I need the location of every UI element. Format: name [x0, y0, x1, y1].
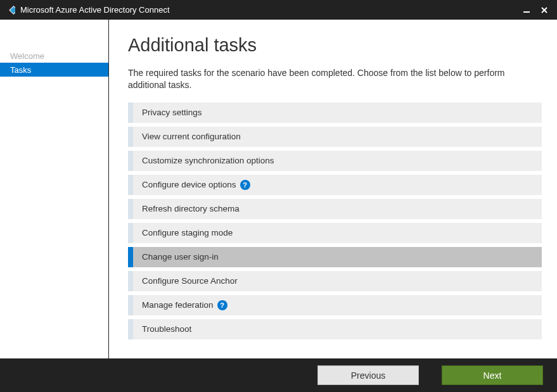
page-description: The required tasks for the scenario have…: [128, 67, 542, 91]
task-label: Troubleshoot: [142, 324, 191, 334]
footer: Previous Next: [0, 358, 557, 392]
task-configure-device-options[interactable]: Configure device options ?: [128, 175, 542, 195]
sidebar-item-label: Tasks: [10, 65, 31, 75]
task-label: Manage federation: [142, 300, 214, 310]
task-list: Privacy settings View current configurat…: [128, 103, 542, 339]
sidebar-item-tasks[interactable]: Tasks: [0, 63, 108, 77]
task-privacy-settings[interactable]: Privacy settings: [128, 103, 542, 123]
task-label: Privacy settings: [142, 108, 202, 117]
task-label: Change user sign-in: [142, 252, 219, 262]
task-label: View current configuration: [142, 132, 241, 141]
task-label: Configure staging mode: [142, 228, 233, 237]
task-label: Refresh directory schema: [142, 204, 240, 213]
help-icon[interactable]: ?: [240, 180, 250, 190]
task-accent: [128, 127, 133, 147]
main-panel: Additional tasks The required tasks for …: [109, 20, 557, 358]
task-accent: [128, 175, 133, 195]
task-view-current-configuration[interactable]: View current configuration: [128, 127, 542, 147]
close-button[interactable]: [535, 4, 553, 16]
body: Welcome Tasks Additional tasks The requi…: [0, 20, 557, 358]
task-accent: [128, 271, 133, 291]
task-manage-federation[interactable]: Manage federation ?: [128, 295, 542, 315]
next-button[interactable]: Next: [442, 365, 543, 385]
task-label: Customize synchronization options: [142, 156, 274, 165]
previous-button[interactable]: Previous: [317, 365, 419, 385]
task-customize-synchronization-options[interactable]: Customize synchronization options: [128, 151, 542, 171]
window-title: Microsoft Azure Active Directory Connect: [20, 5, 170, 15]
sidebar-item-welcome[interactable]: Welcome: [0, 49, 108, 63]
help-icon[interactable]: ?: [217, 300, 227, 310]
minimize-button[interactable]: [518, 4, 535, 16]
page-title: Additional tasks: [128, 35, 542, 56]
title-bar: Microsoft Azure Active Directory Connect: [0, 0, 557, 20]
task-refresh-directory-schema[interactable]: Refresh directory schema: [128, 199, 542, 219]
task-accent: [128, 223, 133, 243]
sidebar: Welcome Tasks: [0, 20, 109, 358]
task-accent: [128, 295, 133, 315]
task-accent: [128, 319, 133, 339]
task-accent: [128, 199, 133, 219]
sidebar-item-label: Welcome: [10, 51, 44, 61]
task-accent: [128, 103, 133, 123]
app-icon: [4, 4, 15, 16]
task-configure-source-anchor[interactable]: Configure Source Anchor: [128, 271, 542, 291]
task-label: Configure device options: [142, 180, 236, 189]
task-configure-staging-mode[interactable]: Configure staging mode: [128, 223, 542, 243]
task-accent: [128, 151, 133, 171]
task-label: Configure Source Anchor: [142, 276, 238, 286]
task-change-user-sign-in[interactable]: Change user sign-in: [128, 247, 542, 267]
task-accent: [128, 247, 133, 267]
task-troubleshoot[interactable]: Troubleshoot: [128, 319, 542, 339]
